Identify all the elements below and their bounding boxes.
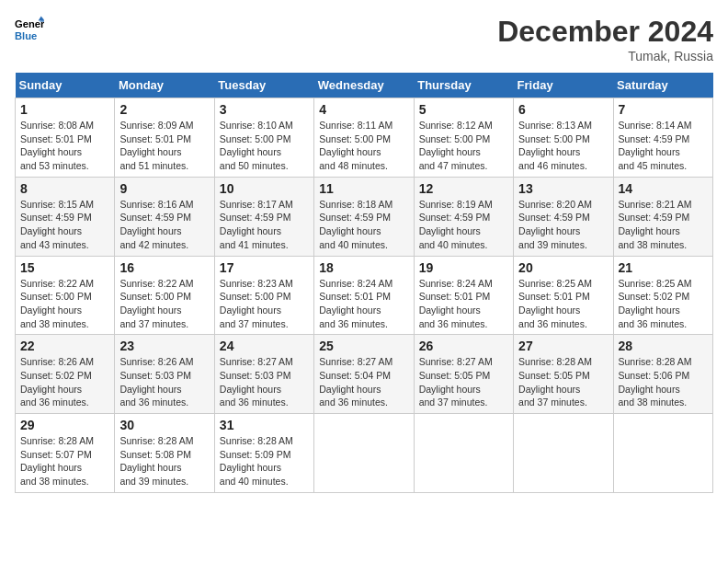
col-header-thursday: Thursday <box>414 73 513 98</box>
table-row: 6Sunrise: 8:13 AMSunset: 5:00 PMDaylight… <box>514 98 613 178</box>
table-row: 7Sunrise: 8:14 AMSunset: 4:59 PMDaylight… <box>613 98 712 178</box>
col-header-wednesday: Wednesday <box>314 73 414 98</box>
col-header-sunday: Sunday <box>16 73 115 98</box>
week-row-4: 22Sunrise: 8:26 AMSunset: 5:02 PMDayligh… <box>16 335 713 414</box>
page-header: General Blue December 2024 Tumak, Russia <box>15 15 713 63</box>
title-block: December 2024 Tumak, Russia <box>497 15 713 63</box>
table-row: 2Sunrise: 8:09 AMSunset: 5:01 PMDaylight… <box>115 98 214 178</box>
week-row-2: 8Sunrise: 8:15 AMSunset: 4:59 PMDaylight… <box>16 177 713 256</box>
table-row <box>613 414 712 493</box>
week-row-5: 29Sunrise: 8:28 AMSunset: 5:07 PMDayligh… <box>16 414 713 493</box>
table-row: 10Sunrise: 8:17 AMSunset: 4:59 PMDayligh… <box>214 177 313 256</box>
table-row: 18Sunrise: 8:24 AMSunset: 5:01 PMDayligh… <box>314 256 414 335</box>
col-header-friday: Friday <box>514 73 613 98</box>
table-row: 22Sunrise: 8:26 AMSunset: 5:02 PMDayligh… <box>16 335 115 414</box>
table-row: 24Sunrise: 8:27 AMSunset: 5:03 PMDayligh… <box>214 335 313 414</box>
table-row <box>514 414 613 493</box>
table-row: 31Sunrise: 8:28 AMSunset: 5:09 PMDayligh… <box>214 414 313 493</box>
logo-icon: General Blue <box>15 15 44 44</box>
table-row: 21Sunrise: 8:25 AMSunset: 5:02 PMDayligh… <box>613 256 712 335</box>
table-row: 28Sunrise: 8:28 AMSunset: 5:06 PMDayligh… <box>613 335 712 414</box>
table-row: 1Sunrise: 8:08 AMSunset: 5:01 PMDaylight… <box>16 98 115 178</box>
table-row: 5Sunrise: 8:12 AMSunset: 5:00 PMDaylight… <box>414 98 513 178</box>
month-title: December 2024 <box>497 15 713 49</box>
table-row: 12Sunrise: 8:19 AMSunset: 4:59 PMDayligh… <box>414 177 513 256</box>
table-row: 4Sunrise: 8:11 AMSunset: 5:00 PMDaylight… <box>314 98 414 178</box>
col-header-tuesday: Tuesday <box>214 73 313 98</box>
table-row: 15Sunrise: 8:22 AMSunset: 5:00 PMDayligh… <box>16 256 115 335</box>
table-row: 9Sunrise: 8:16 AMSunset: 4:59 PMDaylight… <box>115 177 214 256</box>
week-row-3: 15Sunrise: 8:22 AMSunset: 5:00 PMDayligh… <box>16 256 713 335</box>
table-row: 19Sunrise: 8:24 AMSunset: 5:01 PMDayligh… <box>414 256 513 335</box>
table-row: 27Sunrise: 8:28 AMSunset: 5:05 PMDayligh… <box>514 335 613 414</box>
logo: General Blue <box>15 15 44 44</box>
table-row: 20Sunrise: 8:25 AMSunset: 5:01 PMDayligh… <box>514 256 613 335</box>
table-row: 26Sunrise: 8:27 AMSunset: 5:05 PMDayligh… <box>414 335 513 414</box>
table-row: 11Sunrise: 8:18 AMSunset: 4:59 PMDayligh… <box>314 177 414 256</box>
table-row <box>314 414 414 493</box>
header-row: SundayMondayTuesdayWednesdayThursdayFrid… <box>16 73 713 98</box>
table-row: 16Sunrise: 8:22 AMSunset: 5:00 PMDayligh… <box>115 256 214 335</box>
table-row: 29Sunrise: 8:28 AMSunset: 5:07 PMDayligh… <box>16 414 115 493</box>
location: Tumak, Russia <box>497 49 713 63</box>
col-header-saturday: Saturday <box>613 73 712 98</box>
table-row <box>414 414 513 493</box>
svg-text:Blue: Blue <box>15 30 37 41</box>
table-row: 8Sunrise: 8:15 AMSunset: 4:59 PMDaylight… <box>16 177 115 256</box>
table-row: 3Sunrise: 8:10 AMSunset: 5:00 PMDaylight… <box>214 98 313 178</box>
table-row: 14Sunrise: 8:21 AMSunset: 4:59 PMDayligh… <box>613 177 712 256</box>
calendar-table: SundayMondayTuesdayWednesdayThursdayFrid… <box>15 73 713 493</box>
table-row: 17Sunrise: 8:23 AMSunset: 5:00 PMDayligh… <box>214 256 313 335</box>
table-row: 25Sunrise: 8:27 AMSunset: 5:04 PMDayligh… <box>314 335 414 414</box>
col-header-monday: Monday <box>115 73 214 98</box>
table-row: 23Sunrise: 8:26 AMSunset: 5:03 PMDayligh… <box>115 335 214 414</box>
week-row-1: 1Sunrise: 8:08 AMSunset: 5:01 PMDaylight… <box>16 98 713 178</box>
table-row: 30Sunrise: 8:28 AMSunset: 5:08 PMDayligh… <box>115 414 214 493</box>
table-row: 13Sunrise: 8:20 AMSunset: 4:59 PMDayligh… <box>514 177 613 256</box>
